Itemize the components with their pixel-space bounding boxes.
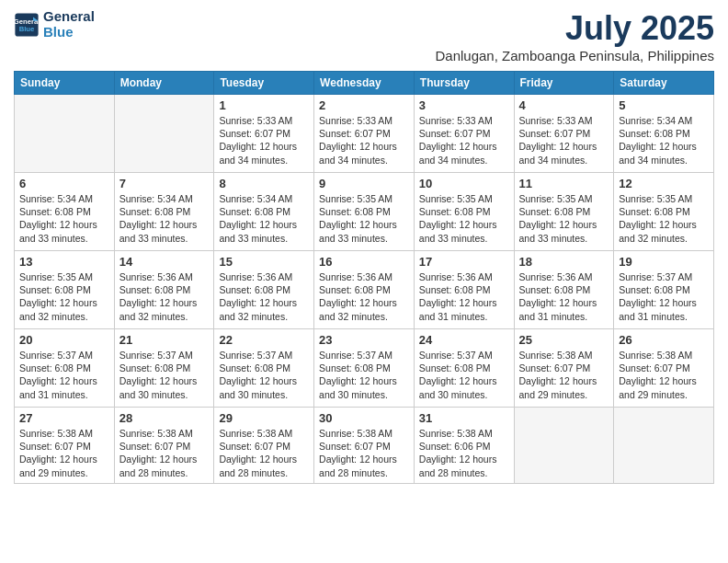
cell-content: Sunrise: 5:37 AMSunset: 6:08 PMDaylight:…: [219, 349, 309, 401]
calendar-cell: 3Sunrise: 5:33 AMSunset: 6:07 PMDaylight…: [414, 95, 514, 173]
day-number: 28: [119, 411, 210, 425]
calendar-cell: 11Sunrise: 5:35 AMSunset: 6:08 PMDayligh…: [514, 173, 614, 251]
day-number: 21: [119, 333, 210, 347]
day-number: 22: [219, 333, 309, 347]
calendar-cell: 31Sunrise: 5:38 AMSunset: 6:06 PMDayligh…: [414, 408, 514, 484]
cell-content: Sunrise: 5:35 AMSunset: 6:08 PMDaylight:…: [319, 192, 409, 245]
day-header-saturday: Saturday: [614, 72, 714, 95]
calendar-cell: 26Sunrise: 5:38 AMSunset: 6:07 PMDayligh…: [614, 329, 714, 408]
day-number: 11: [519, 177, 609, 190]
cell-content: Sunrise: 5:34 AMSunset: 6:08 PMDaylight:…: [619, 114, 709, 167]
week-row-1: 1Sunrise: 5:33 AMSunset: 6:07 PMDaylight…: [15, 95, 714, 173]
calendar-cell: 15Sunrise: 5:36 AMSunset: 6:08 PMDayligh…: [214, 251, 314, 329]
cell-content: Sunrise: 5:34 AMSunset: 6:08 PMDaylight:…: [19, 192, 109, 245]
day-number: 5: [619, 98, 709, 112]
cell-content: Sunrise: 5:35 AMSunset: 6:08 PMDaylight:…: [519, 192, 609, 245]
cell-content: Sunrise: 5:36 AMSunset: 6:08 PMDaylight:…: [319, 270, 409, 323]
day-number: 30: [319, 411, 409, 425]
logo: General Blue General Blue: [14, 9, 95, 40]
calendar-cell: 13Sunrise: 5:35 AMSunset: 6:08 PMDayligh…: [15, 251, 115, 329]
cell-content: Sunrise: 5:38 AMSunset: 6:07 PMDaylight:…: [619, 349, 709, 401]
calendar-cell: 21Sunrise: 5:37 AMSunset: 6:08 PMDayligh…: [114, 329, 214, 408]
cell-content: Sunrise: 5:37 AMSunset: 6:08 PMDaylight:…: [419, 349, 509, 401]
day-number: 26: [619, 333, 709, 347]
calendar-cell: 6Sunrise: 5:34 AMSunset: 6:08 PMDaylight…: [15, 173, 115, 251]
day-number: 9: [319, 177, 409, 190]
cell-content: Sunrise: 5:37 AMSunset: 6:08 PMDaylight:…: [319, 349, 409, 401]
week-row-2: 6Sunrise: 5:34 AMSunset: 6:08 PMDaylight…: [15, 173, 714, 251]
calendar-cell: 2Sunrise: 5:33 AMSunset: 6:07 PMDaylight…: [314, 95, 415, 173]
calendar-cell: 8Sunrise: 5:34 AMSunset: 6:08 PMDaylight…: [214, 173, 314, 251]
cell-content: Sunrise: 5:38 AMSunset: 6:07 PMDaylight:…: [319, 427, 409, 479]
calendar-cell: [614, 408, 714, 484]
calendar-cell: 23Sunrise: 5:37 AMSunset: 6:08 PMDayligh…: [314, 329, 415, 408]
week-row-4: 20Sunrise: 5:37 AMSunset: 6:08 PMDayligh…: [15, 329, 714, 408]
svg-text:General: General: [14, 17, 40, 25]
cell-content: Sunrise: 5:36 AMSunset: 6:08 PMDaylight:…: [519, 270, 609, 323]
day-number: 16: [319, 255, 409, 269]
week-row-3: 13Sunrise: 5:35 AMSunset: 6:08 PMDayligh…: [15, 251, 714, 329]
day-number: 3: [419, 98, 509, 112]
day-number: 1: [219, 98, 309, 112]
calendar-cell: 19Sunrise: 5:37 AMSunset: 6:08 PMDayligh…: [614, 251, 714, 329]
cell-content: Sunrise: 5:37 AMSunset: 6:08 PMDaylight:…: [119, 349, 210, 401]
day-header-row: SundayMondayTuesdayWednesdayThursdayFrid…: [15, 72, 714, 95]
day-header-tuesday: Tuesday: [214, 72, 314, 95]
day-number: 13: [19, 255, 109, 269]
logo-text-blue: Blue: [43, 25, 95, 40]
calendar-cell: 7Sunrise: 5:34 AMSunset: 6:08 PMDaylight…: [114, 173, 214, 251]
cell-content: Sunrise: 5:38 AMSunset: 6:07 PMDaylight:…: [219, 427, 309, 479]
day-number: 27: [19, 411, 109, 425]
cell-content: Sunrise: 5:33 AMSunset: 6:07 PMDaylight:…: [319, 114, 409, 167]
day-number: 6: [19, 177, 109, 190]
location-subtitle: Danlugan, Zamboanga Peninsula, Philippin…: [435, 48, 714, 63]
cell-content: Sunrise: 5:33 AMSunset: 6:07 PMDaylight:…: [219, 114, 309, 167]
day-number: 19: [619, 255, 709, 269]
calendar-cell: 25Sunrise: 5:38 AMSunset: 6:07 PMDayligh…: [514, 329, 614, 408]
day-number: 12: [619, 177, 709, 190]
calendar-cell: 14Sunrise: 5:36 AMSunset: 6:08 PMDayligh…: [114, 251, 214, 329]
cell-content: Sunrise: 5:37 AMSunset: 6:08 PMDaylight:…: [19, 349, 109, 401]
day-header-monday: Monday: [114, 72, 214, 95]
cell-content: Sunrise: 5:33 AMSunset: 6:07 PMDaylight:…: [419, 114, 509, 167]
calendar-cell: 24Sunrise: 5:37 AMSunset: 6:08 PMDayligh…: [414, 329, 514, 408]
cell-content: Sunrise: 5:38 AMSunset: 6:07 PMDaylight:…: [119, 427, 210, 479]
day-number: 24: [419, 333, 509, 347]
cell-content: Sunrise: 5:36 AMSunset: 6:08 PMDaylight:…: [419, 270, 509, 323]
calendar-cell: 1Sunrise: 5:33 AMSunset: 6:07 PMDaylight…: [214, 95, 314, 173]
calendar-cell: [114, 95, 214, 173]
calendar-cell: [15, 95, 115, 173]
day-number: 2: [319, 98, 409, 112]
calendar-cell: 10Sunrise: 5:35 AMSunset: 6:08 PMDayligh…: [414, 173, 514, 251]
month-year-title: July 2025: [435, 9, 714, 48]
day-header-thursday: Thursday: [414, 72, 514, 95]
cell-content: Sunrise: 5:34 AMSunset: 6:08 PMDaylight:…: [219, 192, 309, 245]
calendar-cell: 27Sunrise: 5:38 AMSunset: 6:07 PMDayligh…: [15, 408, 115, 484]
logo-icon: General Blue: [14, 12, 40, 38]
week-row-5: 27Sunrise: 5:38 AMSunset: 6:07 PMDayligh…: [15, 408, 714, 484]
calendar-cell: 20Sunrise: 5:37 AMSunset: 6:08 PMDayligh…: [15, 329, 115, 408]
calendar-table: SundayMondayTuesdayWednesdayThursdayFrid…: [14, 71, 714, 484]
calendar-cell: [514, 408, 614, 484]
title-block: July 2025 Danlugan, Zamboanga Peninsula,…: [435, 9, 714, 63]
cell-content: Sunrise: 5:38 AMSunset: 6:07 PMDaylight:…: [19, 427, 109, 479]
calendar-cell: 4Sunrise: 5:33 AMSunset: 6:07 PMDaylight…: [514, 95, 614, 173]
day-number: 25: [519, 333, 609, 347]
cell-content: Sunrise: 5:36 AMSunset: 6:08 PMDaylight:…: [119, 270, 210, 323]
cell-content: Sunrise: 5:35 AMSunset: 6:08 PMDaylight:…: [19, 270, 109, 323]
cell-content: Sunrise: 5:38 AMSunset: 6:07 PMDaylight:…: [519, 349, 609, 401]
day-number: 4: [519, 98, 609, 112]
cell-content: Sunrise: 5:34 AMSunset: 6:08 PMDaylight:…: [119, 192, 210, 245]
day-number: 17: [419, 255, 509, 269]
day-number: 15: [219, 255, 309, 269]
logo-text-general: General: [43, 9, 95, 25]
day-number: 7: [119, 177, 210, 190]
page-header: General Blue General Blue July 2025 Danl…: [14, 9, 714, 63]
day-number: 18: [519, 255, 609, 269]
calendar-cell: 5Sunrise: 5:34 AMSunset: 6:08 PMDaylight…: [614, 95, 714, 173]
calendar-cell: 17Sunrise: 5:36 AMSunset: 6:08 PMDayligh…: [414, 251, 514, 329]
day-header-sunday: Sunday: [15, 72, 115, 95]
day-header-wednesday: Wednesday: [314, 72, 415, 95]
day-number: 29: [219, 411, 309, 425]
calendar-cell: 18Sunrise: 5:36 AMSunset: 6:08 PMDayligh…: [514, 251, 614, 329]
